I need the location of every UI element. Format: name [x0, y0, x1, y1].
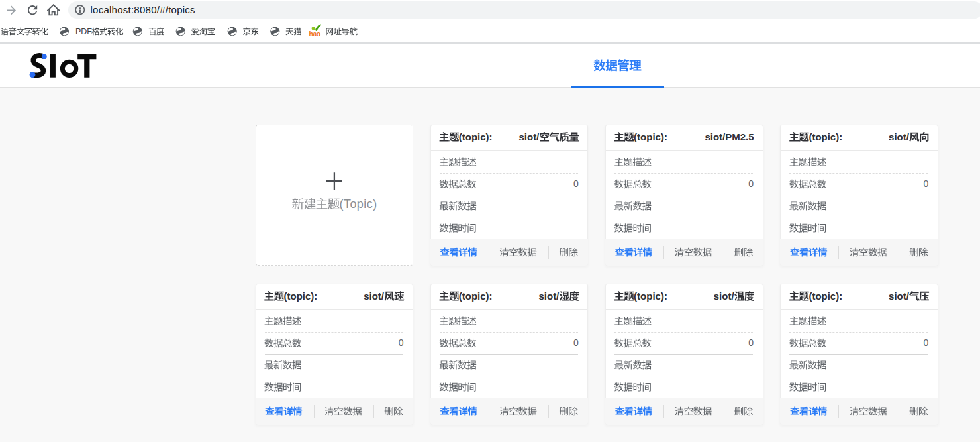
svg-text:siot/: siot/: [714, 290, 735, 302]
svg-text:0: 0: [748, 337, 754, 348]
svg-text:(Topic): (Topic): [340, 197, 377, 211]
svg-text:(topic):: (topic):: [634, 131, 667, 142]
svg-text:PDF: PDF: [75, 27, 92, 36]
svg-text:siot/: siot/: [889, 290, 910, 302]
svg-text:(topic):: (topic):: [459, 131, 493, 142]
svg-text:(topic):: (topic):: [808, 131, 842, 142]
svg-text:siot/: siot/: [518, 131, 540, 142]
svg-text:localhost:8080/#/topics: localhost:8080/#/topics: [91, 4, 195, 15]
svg-text:0: 0: [573, 337, 579, 348]
svg-text:siot/: siot/: [889, 131, 910, 142]
svg-text:0: 0: [399, 337, 404, 348]
svg-text:siot/: siot/: [364, 290, 385, 302]
svg-text:(topic):: (topic):: [459, 290, 493, 302]
svg-text:(topic):: (topic):: [634, 290, 667, 302]
svg-text:0: 0: [924, 337, 929, 348]
svg-text:(topic):: (topic):: [808, 290, 842, 302]
svg-text:siot/PM2.5: siot/PM2.5: [705, 131, 754, 142]
svg-text:0: 0: [748, 178, 754, 189]
svg-text:(topic):: (topic):: [284, 290, 318, 302]
svg-text:0: 0: [924, 178, 929, 189]
svg-text:0: 0: [573, 178, 579, 189]
svg-text:hao: hao: [309, 30, 320, 38]
svg-text:siot/: siot/: [538, 290, 560, 302]
